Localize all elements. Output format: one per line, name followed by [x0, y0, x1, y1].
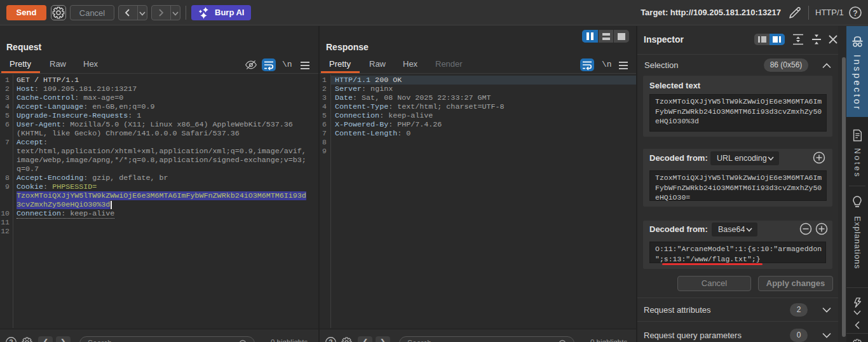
svg-text:?: ?	[853, 9, 857, 18]
svg-text:?: ?	[329, 339, 332, 342]
svg-text:?: ?	[9, 339, 13, 342]
